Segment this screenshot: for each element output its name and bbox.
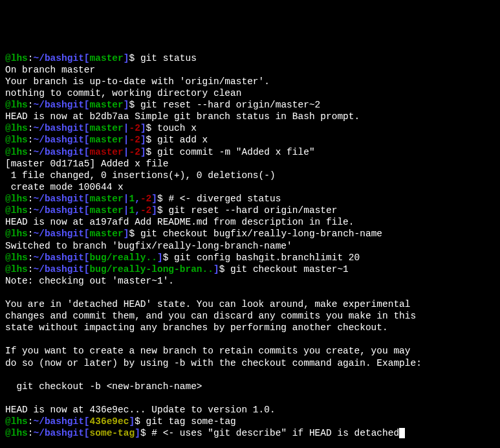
command-text: git add x <box>157 135 208 145</box>
prompt-bracket-open: [ <box>84 194 90 204</box>
prompt-branch: master <box>90 100 124 110</box>
terminal-line: @lhs:~/bashgit[some-tag]$ # <- uses "git… <box>5 427 495 439</box>
prompt-bracket-close: ] <box>135 428 140 438</box>
prompt-branch-part: -2 <box>129 123 140 133</box>
prompt-bracket-open: [ <box>84 100 90 110</box>
prompt-branch: bug/really-long-bran.. <box>90 264 213 274</box>
command-text: git tag some-tag <box>146 416 236 427</box>
prompt-at: @ <box>5 135 11 145</box>
prompt-branch-part: -2 <box>129 147 140 157</box>
terminal-line: If you want to create a new branch to re… <box>5 345 495 357</box>
prompt-path: ~/bashgit <box>34 428 84 438</box>
terminal-line: HEAD is now at 436e9ec... Update to vers… <box>5 404 495 416</box>
command-text: git commit -m "Added x file" <box>157 147 315 157</box>
prompt-path: ~/bashgit <box>34 416 84 427</box>
prompt-branch-part: , <box>135 205 140 216</box>
prompt-bracket-open: [ <box>84 428 90 438</box>
prompt-branch-part: -2 <box>129 135 140 145</box>
prompt-dollar: $ <box>146 123 157 133</box>
prompt-bracket-close: ] <box>213 264 219 274</box>
prompt-host: lhs <box>11 428 28 438</box>
prompt-bracket-open: [ <box>84 123 90 133</box>
prompt-bracket-close: ] <box>129 416 135 427</box>
prompt-bracket-close: ] <box>151 205 157 216</box>
prompt-branch-part: , <box>135 194 140 204</box>
prompt-colon: : <box>28 147 34 157</box>
command-text: git reset --hard origin/master <box>168 205 337 216</box>
prompt-host: lhs <box>11 135 28 145</box>
prompt-dollar: $ <box>163 252 174 263</box>
prompt-branch-part: master <box>90 194 124 204</box>
command-text: git status <box>140 53 197 63</box>
terminal-line <box>5 369 495 381</box>
command-text: # <- diverged status <box>168 194 281 204</box>
prompt-host: lhs <box>11 147 28 157</box>
prompt-at: @ <box>5 53 11 63</box>
prompt-branch-part: master <box>90 205 124 216</box>
prompt-path: ~/bashgit <box>34 264 84 274</box>
prompt-dollar: $ <box>135 416 146 427</box>
terminal-line: do so (now or later) by using -b with th… <box>5 357 495 369</box>
terminal-line: HEAD is now at a197afd Add README.md fro… <box>5 216 495 228</box>
terminal-line: You are in 'detached HEAD' state. You ca… <box>5 298 495 310</box>
command-text: # <- uses "git describe" if HEAD is deta… <box>151 428 399 438</box>
prompt-path: ~/bashgit <box>34 194 84 204</box>
terminal-line: Note: checking out 'master~1'. <box>5 275 495 287</box>
terminal-line: @lhs:~/bashgit[bug/really..]$ git config… <box>5 252 495 263</box>
prompt-branch: master <box>90 229 124 239</box>
terminal-line: @lhs:~/bashgit[master|-2]$ touch x <box>5 122 495 134</box>
prompt-dollar: $ <box>129 100 140 110</box>
prompt-at: @ <box>5 205 11 216</box>
command-text: git config bashgit.branchlimit 20 <box>174 252 360 263</box>
prompt-at: @ <box>5 100 11 110</box>
prompt-dollar: $ <box>129 53 140 63</box>
prompt-branch: 436e9ec <box>90 416 129 427</box>
prompt-at: @ <box>5 416 11 427</box>
prompt-bracket-open: [ <box>84 53 90 63</box>
prompt-colon: : <box>28 135 34 145</box>
terminal-line: state without impacting any branches by … <box>5 322 495 333</box>
prompt-path: ~/bashgit <box>34 205 84 216</box>
prompt-path: ~/bashgit <box>34 53 84 63</box>
prompt-colon: : <box>28 416 34 427</box>
terminal-output[interactable]: @lhs:~/bashgit[master]$ git statusOn bra… <box>5 52 495 440</box>
cursor <box>399 428 405 438</box>
prompt-host: lhs <box>11 100 28 110</box>
prompt-path: ~/bashgit <box>34 135 84 145</box>
prompt-host: lhs <box>11 416 28 427</box>
prompt-dollar: $ <box>140 428 151 438</box>
terminal-line: @lhs:~/bashgit[master|-2]$ git commit -m… <box>5 146 495 158</box>
prompt-at: @ <box>5 264 11 274</box>
prompt-dollar: $ <box>129 229 140 239</box>
prompt-dollar: $ <box>146 135 157 145</box>
prompt-at: @ <box>5 252 11 263</box>
terminal-line: @lhs:~/bashgit[master|-2]$ git add x <box>5 134 495 146</box>
prompt-branch-part: master <box>90 135 124 145</box>
terminal-line: @lhs:~/bashgit[master|1,-2]$ git reset -… <box>5 205 495 216</box>
prompt-branch: bug/really.. <box>90 252 157 263</box>
terminal-line: Switched to branch 'bugfix/really-long-b… <box>5 240 495 252</box>
command-text: git checkout bugfix/really-long-branch-n… <box>140 229 382 239</box>
terminal-line: @lhs:~/bashgit[436e9ec]$ git tag some-ta… <box>5 416 495 427</box>
prompt-branch-part: master <box>90 147 124 157</box>
command-text: git checkout master~1 <box>230 264 349 274</box>
prompt-at: @ <box>5 229 11 239</box>
terminal-line: 1 file changed, 0 insertions(+), 0 delet… <box>5 170 495 181</box>
command-text: git reset --hard origin/master~2 <box>140 100 320 110</box>
prompt-colon: : <box>28 194 34 204</box>
prompt-at: @ <box>5 428 11 438</box>
terminal-line: @lhs:~/bashgit[master]$ git checkout bug… <box>5 228 495 240</box>
prompt-bracket-close: ] <box>151 194 157 204</box>
prompt-path: ~/bashgit <box>34 100 84 110</box>
prompt-host: lhs <box>11 252 28 263</box>
prompt-path: ~/bashgit <box>34 123 84 133</box>
prompt-host: lhs <box>11 53 28 63</box>
prompt-colon: : <box>28 100 34 110</box>
prompt-bracket-open: [ <box>84 252 90 263</box>
prompt-host: lhs <box>11 194 28 204</box>
prompt-branch-part: 1 <box>129 194 135 204</box>
prompt-branch: some-tag <box>90 428 135 438</box>
prompt-path: ~/bashgit <box>34 252 84 263</box>
prompt-bracket-open: [ <box>84 205 90 216</box>
prompt-branch: master <box>90 53 124 63</box>
